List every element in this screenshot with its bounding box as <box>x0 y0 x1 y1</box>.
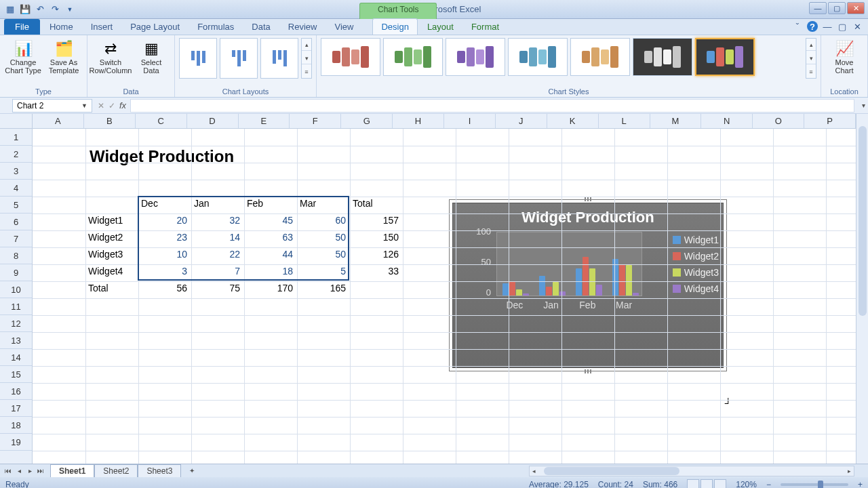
row-header[interactable]: 3 <box>0 163 32 180</box>
column-header[interactable]: O <box>753 114 804 128</box>
column-header[interactable]: H <box>393 114 444 128</box>
column-header[interactable]: J <box>496 114 547 128</box>
select-data-button[interactable]: ▦ SelectData <box>132 38 170 75</box>
cell[interactable]: Mar <box>297 197 349 212</box>
tab-design[interactable]: Design <box>372 18 417 35</box>
horizontal-scrollbar[interactable]: ◂ ▸ <box>529 466 854 476</box>
close-button[interactable]: ✕ <box>847 2 865 14</box>
column-header[interactable]: G <box>341 114 393 128</box>
chart-style-5[interactable] <box>570 38 630 76</box>
row-header[interactable]: 19 <box>0 434 32 451</box>
cell[interactable]: 63 <box>244 230 296 246</box>
excel-icon[interactable]: ▦ <box>4 3 16 16</box>
row-header[interactable]: 10 <box>0 281 32 298</box>
cells-area[interactable]: Widget Production Widget Production 0501… <box>33 129 856 464</box>
cell[interactable]: 22 <box>191 247 243 263</box>
column-header[interactable]: C <box>136 114 187 128</box>
cell[interactable]: 60 <box>297 214 349 229</box>
column-header[interactable]: M <box>650 114 702 128</box>
undo-icon[interactable]: ↶ <box>34 3 46 16</box>
column-header[interactable]: F <box>290 114 341 128</box>
cell[interactable]: 50 <box>297 230 349 246</box>
scroll-up-icon[interactable]: ▴ <box>302 39 311 51</box>
sheet-nav-last-icon[interactable]: ⏭ <box>35 466 46 476</box>
cell[interactable]: 3 <box>138 264 190 280</box>
chart-layout-1[interactable] <box>179 38 217 79</box>
minimize-ribbon-icon[interactable]: ˇ <box>792 21 803 32</box>
tab-layout[interactable]: Layout <box>419 19 462 35</box>
column-header[interactable]: L <box>599 114 650 128</box>
worksheet-grid[interactable]: ABCDEFGHIJKLMNOP 12345678910111213141516… <box>0 114 868 464</box>
column-header[interactable]: I <box>444 114 496 128</box>
row-header[interactable]: 2 <box>0 146 32 163</box>
row-header[interactable]: 11 <box>0 298 32 315</box>
style-scroll-more-icon[interactable]: ≡ <box>806 66 816 78</box>
style-scroll-up-icon[interactable]: ▴ <box>806 39 816 51</box>
cell[interactable]: 10 <box>138 247 190 263</box>
cell[interactable]: 75 <box>191 281 243 297</box>
cell[interactable]: Widget4 <box>85 264 137 280</box>
row-header[interactable]: 9 <box>0 264 32 281</box>
fx-icon[interactable]: fx <box>119 100 126 110</box>
row-header[interactable]: 16 <box>0 383 32 400</box>
tab-page-layout[interactable]: Page Layout <box>122 19 188 35</box>
row-header[interactable]: 1 <box>0 129 32 146</box>
qat-dropdown-icon[interactable]: ▼ <box>64 3 76 16</box>
tab-review[interactable]: Review <box>280 19 326 35</box>
style-gallery-scroll[interactable]: ▴ ▾ ≡ <box>806 38 816 79</box>
column-header[interactable]: N <box>701 114 753 128</box>
row-header[interactable]: 7 <box>0 230 32 247</box>
wb-close-icon[interactable]: ✕ <box>852 21 863 32</box>
formula-input[interactable] <box>130 99 854 113</box>
chart-style-3[interactable] <box>446 38 505 76</box>
chart-style-2[interactable] <box>383 38 443 76</box>
chart-style-4[interactable] <box>508 38 568 76</box>
cell[interactable]: 23 <box>138 230 190 246</box>
tab-data[interactable]: Data <box>243 19 278 35</box>
cell[interactable]: 32 <box>191 214 243 229</box>
name-box-dropdown-icon[interactable]: ▼ <box>81 102 87 109</box>
tab-insert[interactable]: Insert <box>83 19 121 35</box>
column-header[interactable]: E <box>239 114 290 128</box>
redo-icon[interactable]: ↷ <box>49 3 61 16</box>
cell[interactable]: 170 <box>244 281 296 297</box>
file-tab[interactable]: File <box>4 19 40 35</box>
new-sheet-icon[interactable]: ✦ <box>186 466 197 476</box>
row-header[interactable]: 13 <box>0 332 32 349</box>
cell[interactable]: Total <box>85 281 137 297</box>
cell[interactable]: Dec <box>138 197 190 212</box>
sheet-tab-sheet2[interactable]: Sheet2 <box>94 464 138 477</box>
chart-style-7[interactable] <box>695 38 755 76</box>
embedded-chart[interactable]: Widget Production 050100 DecJanFebMar Wi… <box>449 199 727 371</box>
name-box[interactable]: Chart 2 ▼ <box>12 99 92 113</box>
zoom-out-icon[interactable]: − <box>766 480 771 488</box>
change-chart-type-button[interactable]: 📊 ChangeChart Type <box>4 38 42 75</box>
cell[interactable]: Feb <box>244 197 296 212</box>
row-header[interactable]: 18 <box>0 417 32 434</box>
move-chart-button[interactable]: 📈 MoveChart <box>825 38 863 75</box>
chart-legend[interactable]: Widget1Widget2Widget3Widget4 <box>673 235 719 300</box>
cell[interactable]: 126 <box>350 247 401 263</box>
chart-style-1[interactable] <box>321 38 380 76</box>
row-header[interactable]: 17 <box>0 400 32 417</box>
row-header[interactable]: 8 <box>0 247 32 264</box>
sheet-nav-prev-icon[interactable]: ◂ <box>14 466 24 476</box>
row-header[interactable]: 12 <box>0 315 32 332</box>
cell[interactable]: 50 <box>297 247 349 263</box>
row-header[interactable]: 14 <box>0 349 32 366</box>
vertical-scrollbar[interactable] <box>856 114 868 472</box>
cell[interactable]: Widget2 <box>85 230 137 246</box>
row-headers[interactable]: 12345678910111213141516171819 <box>0 129 33 464</box>
scroll-more-icon[interactable]: ≡ <box>302 66 311 78</box>
maximize-button[interactable]: ▢ <box>828 2 846 14</box>
page-layout-view-button[interactable] <box>701 479 713 488</box>
row-header[interactable]: 15 <box>0 366 32 383</box>
zoom-level[interactable]: 120% <box>736 480 757 488</box>
column-header[interactable]: A <box>33 114 84 128</box>
row-header[interactable]: 4 <box>0 180 32 197</box>
column-header[interactable]: P <box>804 114 856 128</box>
cell[interactable]: 44 <box>244 247 296 263</box>
column-header[interactable]: K <box>547 114 599 128</box>
help-icon[interactable]: ? <box>807 21 818 32</box>
column-header[interactable]: B <box>84 114 136 128</box>
